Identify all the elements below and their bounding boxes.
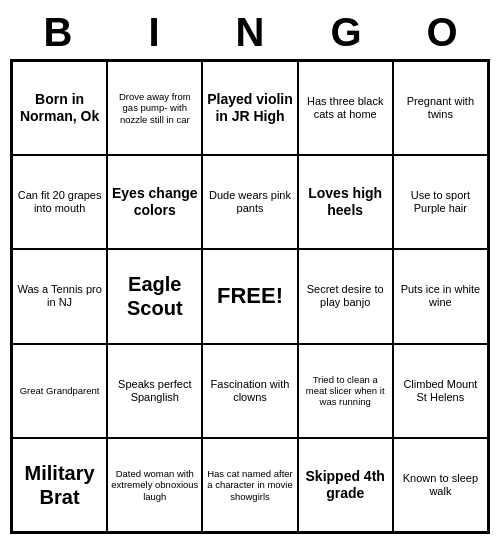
bingo-cell[interactable]: Puts ice in white wine [393, 249, 488, 343]
bingo-cell[interactable]: Drove away from gas pump- with nozzle st… [107, 61, 202, 155]
bingo-cell[interactable]: Great Grandparent [12, 344, 107, 438]
bingo-cell[interactable]: Played violin in JR High [202, 61, 297, 155]
bingo-title: B I N G O [10, 10, 490, 55]
letter-g: G [298, 10, 394, 55]
bingo-cell[interactable]: FREE! [202, 249, 297, 343]
bingo-cell[interactable]: Has cat named after a character in movie… [202, 438, 297, 532]
bingo-cell[interactable]: Can fit 20 grapes into mouth [12, 155, 107, 249]
letter-b: B [10, 10, 106, 55]
bingo-cell[interactable]: Has three black cats at home [298, 61, 393, 155]
bingo-cell[interactable]: Skipped 4th grade [298, 438, 393, 532]
bingo-cell[interactable]: Pregnant with twins [393, 61, 488, 155]
bingo-cell[interactable]: Use to sport Purple hair [393, 155, 488, 249]
letter-o: O [394, 10, 490, 55]
bingo-cell[interactable]: Loves high heels [298, 155, 393, 249]
bingo-cell[interactable]: Climbed Mount St Helens [393, 344, 488, 438]
bingo-cell[interactable]: Eagle Scout [107, 249, 202, 343]
bingo-cell[interactable]: Military Brat [12, 438, 107, 532]
bingo-cell[interactable]: Secret desire to play banjo [298, 249, 393, 343]
bingo-cell[interactable]: Eyes change colors [107, 155, 202, 249]
bingo-cell[interactable]: Known to sleep walk [393, 438, 488, 532]
bingo-cell[interactable]: Was a Tennis pro in NJ [12, 249, 107, 343]
bingo-cell[interactable]: Dated woman with extremely obnoxious lau… [107, 438, 202, 532]
bingo-cell[interactable]: Tried to clean a meat slicer when it was… [298, 344, 393, 438]
bingo-cell[interactable]: Born in Norman, Ok [12, 61, 107, 155]
bingo-cell[interactable]: Speaks perfect Spanglish [107, 344, 202, 438]
letter-i: I [106, 10, 202, 55]
bingo-cell[interactable]: Fascination with clowns [202, 344, 297, 438]
bingo-grid: Born in Norman, OkDrove away from gas pu… [10, 59, 490, 534]
bingo-cell[interactable]: Dude wears pink pants [202, 155, 297, 249]
letter-n: N [202, 10, 298, 55]
